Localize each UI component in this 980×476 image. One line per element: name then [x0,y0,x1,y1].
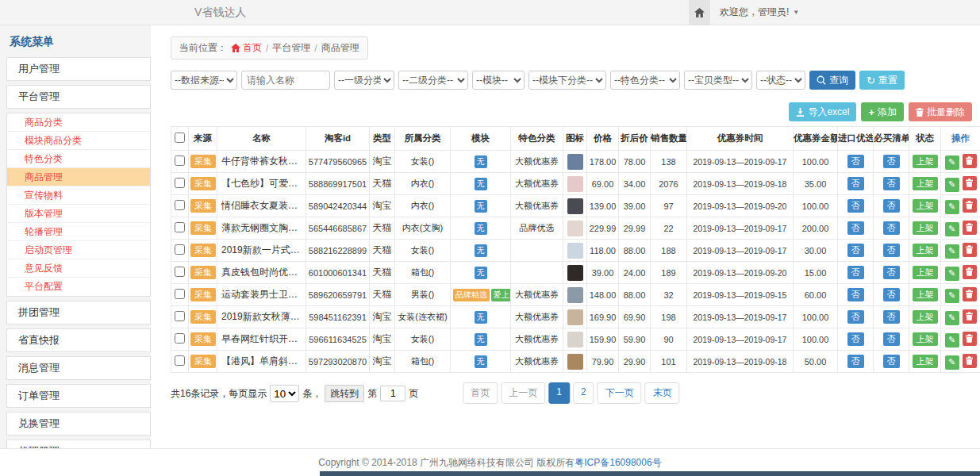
page-button-首页[interactable]: 首页 [463,382,498,404]
sidebar-item[interactable]: 意见反馈 [7,259,150,278]
filter-select[interactable]: --模块下分类-- [528,71,606,90]
delete-button[interactable] [963,309,977,324]
filter-select[interactable]: --特色分类-- [610,71,680,90]
home-button[interactable] [689,0,710,25]
row-checkbox[interactable] [175,178,185,188]
edit-button[interactable]: ✎ [945,333,959,347]
import-choice-badge[interactable]: 否 [847,310,864,324]
filter-select[interactable]: --二级分类-- [398,71,468,90]
status-badge[interactable]: 上架 [913,155,938,168]
page-button-末页[interactable]: 末页 [645,382,680,404]
edit-button[interactable]: ✎ [945,222,959,236]
edit-button[interactable]: ✎ [945,355,959,370]
delete-button[interactable] [963,176,977,190]
delete-button[interactable] [963,243,977,257]
row-checkbox[interactable] [175,311,185,321]
breadcrumb-home-link[interactable]: 首页 [231,41,262,55]
row-checkbox[interactable] [175,267,185,277]
import-choice-badge[interactable]: 否 [847,332,864,346]
row-checkbox[interactable] [175,200,185,210]
must-buy-badge[interactable]: 否 [883,177,900,190]
filter-select[interactable]: --状态-- [756,71,805,90]
delete-button[interactable] [963,265,977,279]
delete-button[interactable] [963,221,977,235]
status-badge[interactable]: 上架 [913,266,938,279]
batch-delete-button[interactable]: 批量删除 [909,102,972,121]
must-buy-badge[interactable]: 否 [883,266,900,279]
filter-select[interactable]: --数据来源-- [171,71,237,90]
sidebar-item[interactable]: 商品管理 [7,168,150,186]
search-button[interactable]: 查询 [809,71,855,90]
delete-button[interactable] [963,332,977,346]
delete-button[interactable] [963,154,977,168]
sidebar-item[interactable]: 轮播管理 [7,223,150,241]
sidebar-group-0[interactable]: 用户管理 [7,58,150,80]
must-buy-badge[interactable]: 否 [883,244,900,257]
must-buy-badge[interactable]: 否 [883,332,900,346]
status-badge[interactable]: 上架 [913,355,938,368]
sidebar-group-7[interactable]: 代理管理 [7,440,150,448]
import-choice-badge[interactable]: 否 [847,266,864,279]
row-checkbox[interactable] [175,355,185,366]
must-buy-badge[interactable]: 否 [883,155,900,168]
row-checkbox[interactable] [175,333,185,344]
sidebar-item[interactable]: 启动页管理 [7,241,150,259]
page-button-下一页[interactable]: 下一页 [598,382,642,404]
name-search-input[interactable] [241,71,330,90]
edit-button[interactable]: ✎ [945,155,959,170]
edit-button[interactable]: ✎ [945,244,959,259]
delete-button[interactable] [963,354,977,368]
import-choice-badge[interactable]: 否 [847,288,864,301]
page-input[interactable] [380,386,405,401]
filter-select[interactable]: --一级分类-- [334,71,394,90]
edit-button[interactable]: ✎ [945,267,959,281]
page-button-2[interactable]: 2 [573,382,594,404]
row-checkbox[interactable] [175,222,185,232]
must-buy-badge[interactable]: 否 [883,355,900,368]
sidebar-item[interactable]: 特色分类 [7,150,150,168]
page-button-1[interactable]: 1 [548,382,570,404]
select-all-checkbox[interactable] [175,132,185,143]
row-checkbox[interactable] [175,289,185,299]
add-button[interactable]: + 添加 [861,102,904,121]
import-choice-badge[interactable]: 否 [847,221,864,235]
status-badge[interactable]: 上架 [913,244,938,257]
sidebar-group-4[interactable]: 消息管理 [7,357,150,379]
import-choice-badge[interactable]: 否 [847,155,864,168]
delete-button[interactable] [963,287,977,301]
sidebar-item[interactable]: 商品分类 [7,113,150,132]
sidebar-group-5[interactable]: 订单管理 [7,385,150,407]
per-page-select[interactable]: 10 [270,385,299,402]
status-badge[interactable]: 上架 [913,310,938,324]
sidebar-item[interactable]: 平台配置 [7,278,150,296]
bottom-scrollbar[interactable] [320,471,980,476]
edit-button[interactable]: ✎ [945,200,959,214]
sidebar-item[interactable]: 模块商品分类 [7,132,150,150]
must-buy-badge[interactable]: 否 [883,288,900,301]
sidebar-group-3[interactable]: 省直快报 [7,329,150,351]
user-menu[interactable]: 欢迎您，管理员! ▼ [720,6,799,19]
import-choice-badge[interactable]: 否 [847,244,864,257]
row-checkbox[interactable] [175,244,185,255]
icp-link[interactable]: 粤ICP备16098006号 [575,456,661,470]
sidebar-item[interactable]: 宣传物料 [7,186,150,205]
page-button-上一页[interactable]: 上一页 [501,382,545,404]
must-buy-badge[interactable]: 否 [883,221,900,235]
jump-button[interactable]: 跳转到 [325,385,364,402]
sidebar-group-6[interactable]: 兑换管理 [7,413,150,435]
must-buy-badge[interactable]: 否 [883,310,900,324]
status-badge[interactable]: 上架 [913,288,938,301]
sidebar-group-1[interactable]: 平台管理 [7,86,150,108]
row-checkbox[interactable] [175,155,185,166]
delete-button[interactable] [963,198,977,213]
status-badge[interactable]: 上架 [913,199,938,213]
filter-select[interactable]: --宝贝类型-- [684,71,752,90]
edit-button[interactable]: ✎ [945,178,959,192]
status-badge[interactable]: 上架 [913,221,938,235]
import-excel-button[interactable]: 导入excel [789,102,856,121]
import-choice-badge[interactable]: 否 [847,355,864,368]
import-choice-badge[interactable]: 否 [847,177,864,190]
filter-select[interactable]: --模块-- [472,71,525,90]
reset-button[interactable]: ↻ 重置 [859,71,905,90]
import-choice-badge[interactable]: 否 [847,199,864,213]
